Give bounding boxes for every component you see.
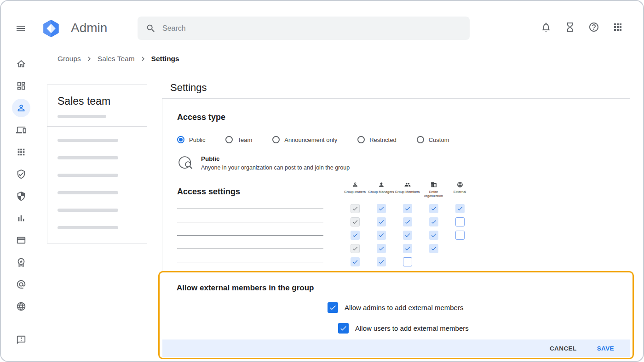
column-label: Group owners xyxy=(344,190,366,194)
sidebar-item-domains[interactable] xyxy=(12,297,30,316)
placeholder-line xyxy=(58,156,118,159)
checkbox-checked[interactable] xyxy=(455,204,465,213)
row-label-placeholder xyxy=(177,235,323,236)
radio-option-public[interactable]: Public xyxy=(177,136,205,143)
placeholder-line xyxy=(58,139,118,142)
radio-option-custom[interactable]: Custom xyxy=(417,136,449,143)
placeholder-line xyxy=(58,209,118,212)
checkbox-checked[interactable] xyxy=(377,244,386,253)
grid-cell xyxy=(394,244,420,253)
entire-organization-icon xyxy=(431,181,437,188)
placeholder-line xyxy=(58,191,118,194)
sidebar-item-directory[interactable] xyxy=(12,99,30,117)
check-icon xyxy=(431,245,437,252)
access-row xyxy=(177,215,630,229)
directory-icon xyxy=(16,103,26,113)
checkbox-checked[interactable] xyxy=(377,204,386,213)
check-icon xyxy=(404,232,411,238)
admin-console-window: Admin GroupsSales TeamSettings Sales tea… xyxy=(0,0,644,362)
grid-cell xyxy=(342,244,368,253)
sidebar-item-shield[interactable] xyxy=(12,187,30,205)
row-label-placeholder xyxy=(177,262,323,262)
breadcrumb-item[interactable]: Groups xyxy=(58,55,81,63)
grid-cell xyxy=(420,244,447,253)
grid-cell xyxy=(368,257,394,266)
access-info-description: Anyone in your organization can post to … xyxy=(201,164,350,171)
checkbox-checked[interactable] xyxy=(377,257,386,266)
radio-option-announcement-only[interactable]: Announcement only xyxy=(272,136,337,143)
sidebar-item-reports[interactable] xyxy=(12,209,30,227)
checkbox-checked[interactable] xyxy=(351,257,360,266)
checkbox-checked[interactable] xyxy=(351,231,360,240)
topbar-actions xyxy=(540,21,624,33)
grid-cell xyxy=(447,217,473,226)
access-info-title: Public xyxy=(201,155,350,162)
feedback-icon xyxy=(16,335,26,345)
menu-button[interactable] xyxy=(15,23,27,34)
check-icon xyxy=(378,205,385,212)
help-button[interactable] xyxy=(588,21,600,33)
grid-cell xyxy=(368,244,394,253)
checkbox-unchecked[interactable] xyxy=(455,217,465,226)
row-label-placeholder xyxy=(177,209,323,209)
grid-cell xyxy=(447,231,473,240)
radio-label: Announcement only xyxy=(284,136,337,143)
save-button[interactable]: SAVE xyxy=(597,345,614,352)
radio-option-restricted[interactable]: Restricted xyxy=(357,136,397,143)
external-member-checkbox[interactable] xyxy=(328,302,338,313)
checkbox-checked[interactable] xyxy=(429,231,438,240)
check-icon xyxy=(404,245,411,252)
access-row xyxy=(177,229,630,242)
apps-icon xyxy=(16,147,26,157)
checkbox-checked[interactable] xyxy=(403,217,412,226)
check-icon xyxy=(431,219,437,225)
checkbox-checked[interactable] xyxy=(403,204,412,213)
radio-icon xyxy=(272,136,280,143)
access-row xyxy=(177,242,630,255)
sidebar-item-home[interactable] xyxy=(12,55,30,73)
home-icon xyxy=(16,59,26,69)
notifications-button[interactable] xyxy=(540,21,552,33)
action-bar: CANCEL SAVE xyxy=(162,339,630,357)
access-settings-header: Access settings Group ownersGroup Manage… xyxy=(177,181,630,198)
breadcrumb-item: Settings xyxy=(151,55,179,63)
checkbox-checked[interactable] xyxy=(403,244,412,253)
checkbox-unchecked[interactable] xyxy=(403,257,412,266)
checkbox-checked[interactable] xyxy=(377,217,386,226)
grid-cell xyxy=(394,257,420,266)
breadcrumb-item[interactable]: Sales Team xyxy=(98,55,135,63)
column-header: Group owners xyxy=(342,181,368,198)
group-members-icon xyxy=(404,181,411,188)
checkbox-checked[interactable] xyxy=(429,217,438,226)
checkbox-checked[interactable] xyxy=(429,244,438,253)
sidebar-item-dashboard[interactable] xyxy=(12,77,30,95)
column-header: Entire organization xyxy=(420,181,447,198)
external-member-checkbox[interactable] xyxy=(338,323,349,334)
sidebar-item-apps[interactable] xyxy=(12,143,30,161)
checkbox-checked[interactable] xyxy=(377,231,386,240)
cancel-button[interactable]: CANCEL xyxy=(550,345,577,352)
search-input[interactable] xyxy=(162,24,461,33)
grid-cell xyxy=(394,231,420,240)
checkbox-checked[interactable] xyxy=(403,231,412,240)
tasks-button[interactable] xyxy=(564,21,576,33)
tasks-icon xyxy=(564,22,575,33)
sidebar-item-feedback[interactable] xyxy=(12,331,30,349)
sidebar-item-billing[interactable] xyxy=(12,231,30,249)
group-title: Sales team xyxy=(47,85,147,107)
check-icon xyxy=(352,205,358,212)
checkbox-unchecked[interactable] xyxy=(455,231,465,240)
radio-icon xyxy=(177,136,184,143)
check-icon xyxy=(352,245,358,252)
apps-grid-button[interactable] xyxy=(612,21,624,33)
sidebar-item-security[interactable] xyxy=(12,165,30,183)
external-option-label: Allow admins to add external members xyxy=(345,304,463,311)
public-icon xyxy=(177,154,194,171)
radio-option-team[interactable]: Team xyxy=(225,136,252,143)
sidebar-item-badge[interactable] xyxy=(12,253,30,272)
checkbox-checked[interactable] xyxy=(429,204,438,213)
sidebar-item-at[interactable] xyxy=(12,275,30,294)
reports-icon xyxy=(16,213,26,223)
access-settings-heading: Access settings xyxy=(177,187,342,198)
sidebar-item-devices[interactable] xyxy=(12,121,30,139)
